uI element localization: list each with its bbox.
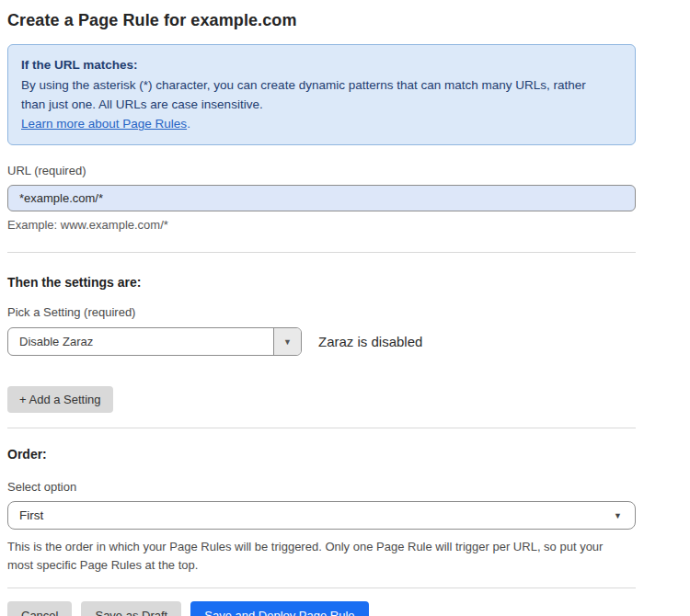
footer-divider xyxy=(7,587,636,588)
order-select[interactable]: First ▼ xyxy=(7,501,636,530)
setting-select-arrow-button[interactable]: ▼ xyxy=(273,328,301,355)
url-example-text: Example: www.example.com/* xyxy=(7,218,636,232)
info-link-line: Learn more about Page Rules. xyxy=(21,114,622,133)
chevron-down-icon: ▼ xyxy=(283,337,292,347)
url-field-label: URL (required) xyxy=(7,164,636,177)
section-divider xyxy=(7,252,636,253)
add-setting-button[interactable]: + Add a Setting xyxy=(7,386,113,413)
url-input[interactable] xyxy=(7,185,636,211)
url-match-info-callout: If the URL matches: By using the asteris… xyxy=(7,44,636,145)
page-title: Create a Page Rule for example.com xyxy=(7,11,636,30)
settings-section-heading: Then the settings are: xyxy=(7,275,636,290)
cancel-button[interactable]: Cancel xyxy=(7,601,72,616)
footer-actions: Cancel Save as Draft Save and Deploy Pag… xyxy=(7,601,636,616)
order-select-value: First xyxy=(19,508,43,522)
info-callout-body: By using the asterisk (*) character, you… xyxy=(21,75,601,114)
save-as-draft-button[interactable]: Save as Draft xyxy=(81,601,181,616)
chevron-down-icon: ▼ xyxy=(614,511,622,520)
order-select-label: Select option xyxy=(7,480,636,494)
setting-select[interactable]: Disable Zaraz ▼ xyxy=(7,327,302,356)
setting-status-text: Zaraz is disabled xyxy=(318,334,422,349)
page-rule-form: Create a Page Rule for example.com If th… xyxy=(0,0,643,616)
info-callout-heading: If the URL matches: xyxy=(21,55,622,74)
setting-row: Disable Zaraz ▼ Zaraz is disabled xyxy=(7,327,636,356)
order-section-heading: Order: xyxy=(7,447,636,462)
section-divider xyxy=(7,428,636,428)
save-and-deploy-button[interactable]: Save and Deploy Page Rule xyxy=(190,601,368,616)
setting-picker-label: Pick a Setting (required) xyxy=(7,305,636,319)
setting-select-value: Disable Zaraz xyxy=(8,328,273,355)
learn-more-page-rules-link[interactable]: Learn more about Page Rules xyxy=(21,117,187,131)
order-help-text: This is the order in which your Page Rul… xyxy=(7,538,624,575)
info-link-suffix: . xyxy=(187,117,190,131)
